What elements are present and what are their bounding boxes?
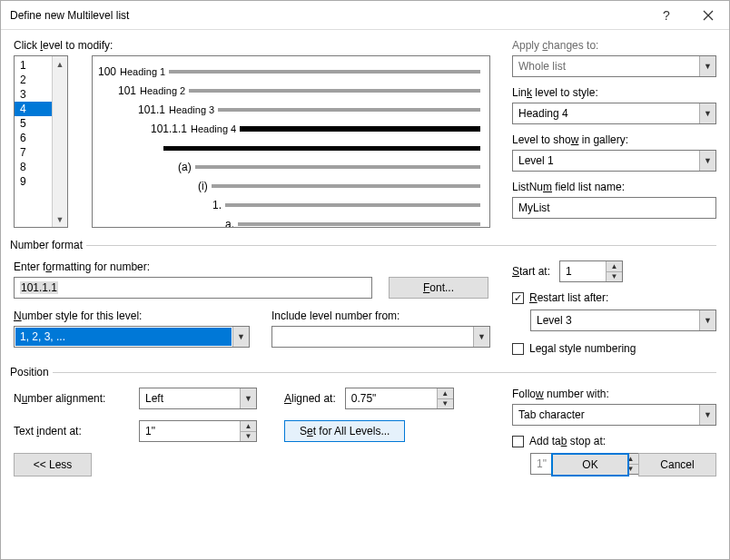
chevron-down-icon[interactable]: ▼ <box>699 310 715 330</box>
spin-up-icon[interactable]: ▲ <box>241 421 256 431</box>
scrollbar[interactable]: ▲ ▼ <box>52 56 67 227</box>
level-item[interactable]: 3 <box>15 87 52 102</box>
chevron-down-icon[interactable]: ▼ <box>232 327 249 347</box>
checkbox-icon: ✓ <box>512 292 524 304</box>
spin-down-icon[interactable]: ▼ <box>438 398 453 409</box>
legal-numbering-checkbox[interactable]: Legal style numbering <box>512 342 716 355</box>
preview-bar <box>218 108 480 112</box>
level-item[interactable]: 8 <box>15 160 52 174</box>
preview-bar <box>240 126 480 132</box>
preview-number: 101 <box>118 84 136 97</box>
spin-up-icon[interactable]: ▲ <box>607 261 622 271</box>
number-style-label: Number style for this level: <box>14 309 250 322</box>
number-style-value: 1, 2, 3, ... <box>15 328 232 346</box>
text-indent-spinner[interactable]: 1" ▲▼ <box>139 420 257 442</box>
less-button[interactable]: << Less <box>14 453 92 476</box>
listnum-input[interactable]: MyList <box>512 197 716 219</box>
preview-row: a. <box>98 216 480 228</box>
start-at-spinner[interactable]: 1 ▲▼ <box>559 260 623 282</box>
enter-formatting-value: 101.1.1 <box>20 281 58 294</box>
preview-row: 101.1.1Heading 4 <box>98 121 480 137</box>
scroll-up-icon[interactable]: ▲ <box>53 56 67 72</box>
preview-bar <box>169 70 480 74</box>
preview-number: 101.1.1 <box>151 123 187 135</box>
enter-formatting-input[interactable]: 101.1.1 <box>14 277 372 299</box>
preview-number: 100 <box>98 65 116 78</box>
preview-heading: Heading 3 <box>169 104 214 115</box>
listnum-label: ListNum field list name: <box>512 181 716 193</box>
text-indent-label: Text indent at: <box>14 425 130 437</box>
preview-row: 1. <box>98 197 480 213</box>
level-item[interactable]: 1 <box>15 58 52 73</box>
level-item[interactable]: 5 <box>15 116 52 131</box>
restart-list-combo[interactable]: Level 3 ▼ <box>530 309 716 331</box>
window-title: Define new Multilevel list <box>10 9 646 22</box>
follow-number-combo[interactable]: Tab character ▼ <box>512 404 716 426</box>
font-button[interactable]: Font... <box>389 277 488 299</box>
chevron-down-icon[interactable]: ▼ <box>699 103 715 123</box>
preview-pane: 100Heading 1101Heading 2101.1Heading 310… <box>92 55 490 228</box>
set-for-all-levels-button[interactable]: Set for All Levels... <box>284 420 405 442</box>
preview-number: a. <box>225 218 234 228</box>
gallery-level-value: Level 1 <box>513 154 699 167</box>
apply-changes-combo[interactable]: Whole list ▼ <box>512 55 716 77</box>
cancel-button[interactable]: Cancel <box>638 453 716 476</box>
checkbox-icon <box>512 343 524 355</box>
level-item[interactable]: 9 <box>15 174 52 189</box>
spin-down-icon[interactable]: ▼ <box>607 271 622 282</box>
level-listbox[interactable]: 123456789 ▲ ▼ <box>14 55 68 228</box>
chevron-down-icon[interactable]: ▼ <box>699 405 715 425</box>
gallery-level-label: Level to show in gallery: <box>512 133 716 146</box>
enter-formatting-label: Enter formatting for number: <box>14 260 490 273</box>
aligned-at-spinner[interactable]: 0.75" ▲▼ <box>345 388 454 409</box>
preview-number: 1. <box>212 199 222 211</box>
preview-bar <box>189 89 480 93</box>
gallery-level-combo[interactable]: Level 1 ▼ <box>512 150 716 172</box>
include-level-combo[interactable]: ▼ <box>271 326 490 348</box>
restart-list-checkbox[interactable]: ✓ Restart list after: <box>512 291 716 304</box>
preview-bar <box>212 184 480 188</box>
preview-bar <box>163 146 480 151</box>
level-item[interactable]: 2 <box>15 73 52 87</box>
chevron-down-icon[interactable]: ▼ <box>699 151 715 171</box>
include-level-label: Include level number from: <box>271 309 490 322</box>
preview-row: 100Heading 1 <box>98 64 480 80</box>
link-level-combo[interactable]: Heading 4 ▼ <box>512 103 716 124</box>
restart-list-value: Level 3 <box>531 314 699 327</box>
help-button[interactable]: ? <box>646 1 687 30</box>
level-item[interactable]: 7 <box>15 145 52 160</box>
number-alignment-combo[interactable]: Left ▼ <box>139 388 257 409</box>
spin-up-icon[interactable]: ▲ <box>438 388 453 398</box>
follow-number-label: Follow number with: <box>512 388 716 400</box>
number-alignment-value: Left <box>140 392 240 405</box>
chevron-down-icon[interactable]: ▼ <box>473 327 489 347</box>
link-level-label: Link level to style: <box>512 86 716 99</box>
chevron-down-icon[interactable]: ▼ <box>699 56 715 76</box>
number-alignment-label: Number alignment: <box>14 392 130 405</box>
apply-changes-value: Whole list <box>513 60 699 73</box>
preview-row: 101.1Heading 3 <box>98 102 480 118</box>
ok-button[interactable]: OK <box>551 453 629 476</box>
preview-row: (i) <box>98 178 480 194</box>
start-at-label: Start at: <box>512 265 550 278</box>
number-style-combo[interactable]: 1, 2, 3, ... ▼ <box>14 326 250 348</box>
legal-numbering-label: Legal style numbering <box>529 342 636 355</box>
level-item[interactable]: 6 <box>15 131 52 145</box>
preview-row: 101Heading 2 <box>98 83 480 99</box>
position-legend: Position <box>10 366 53 378</box>
restart-list-label: Restart list after: <box>529 291 608 304</box>
close-button[interactable] <box>687 1 729 30</box>
level-item[interactable]: 4 <box>15 102 52 116</box>
preview-number: (i) <box>198 180 208 192</box>
close-icon <box>703 10 714 21</box>
scroll-down-icon[interactable]: ▼ <box>53 211 67 227</box>
preview-bar <box>225 203 480 207</box>
text-indent-value: 1" <box>140 421 240 441</box>
titlebar: Define new Multilevel list ? <box>1 1 729 30</box>
add-tab-stop-checkbox[interactable]: Add tab stop at: <box>512 435 716 447</box>
level-list-label: Click level to modify: <box>14 39 490 52</box>
preview-bar <box>238 222 480 226</box>
chevron-down-icon[interactable]: ▼ <box>240 388 256 408</box>
preview-heading: Heading 1 <box>120 66 165 77</box>
spin-down-icon[interactable]: ▼ <box>241 431 256 442</box>
